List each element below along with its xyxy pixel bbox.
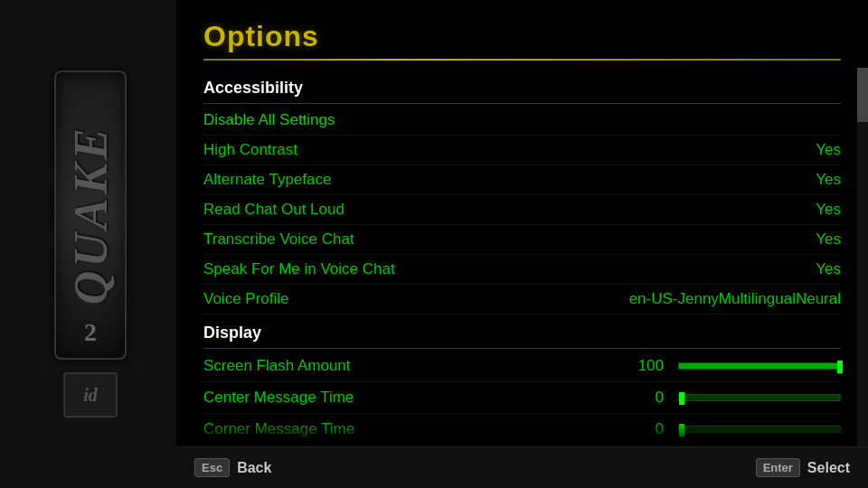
slider-center-msg-handle xyxy=(679,392,684,405)
back-label: Back xyxy=(237,460,271,476)
bottom-bar: Esc Back Enter Select xyxy=(176,446,868,488)
main-content: Options Accessibility Disable All Settin… xyxy=(176,0,868,488)
back-button[interactable]: Esc Back xyxy=(194,458,271,477)
option-value-high-contrast: Yes xyxy=(816,141,841,159)
option-label-screen-flash: Screen Flash Amount xyxy=(203,357,351,375)
list-item[interactable]: High Contrast Yes xyxy=(203,136,841,165)
section-display: Display xyxy=(203,314,841,349)
quake-logo-text: QUAKE xyxy=(64,125,118,305)
quake-logo-num: 2 xyxy=(84,318,97,347)
list-item[interactable]: Disable All Settings xyxy=(203,106,841,136)
slider-corner-msg-value: 0 xyxy=(637,420,664,438)
list-item[interactable]: Alternate Typeface Yes xyxy=(203,165,841,195)
option-label-corner-msg: Corner Message Time xyxy=(203,420,354,438)
list-item[interactable]: Transcribe Voice Chat Yes xyxy=(203,225,841,255)
page-title: Options xyxy=(203,20,841,53)
slider-screen-flash-handle xyxy=(837,361,843,373)
option-label-disable-all: Disable All Settings xyxy=(203,111,335,129)
option-label-read-chat: Read Chat Out Loud xyxy=(203,201,344,219)
section-accessibility: Accessibility xyxy=(203,70,841,104)
option-value-alt-typeface: Yes xyxy=(816,171,841,189)
slider-screen-flash-value: 100 xyxy=(637,357,664,375)
slider-corner-msg-handle xyxy=(679,424,684,436)
option-value-transcribe-voice: Yes xyxy=(816,230,841,249)
list-item[interactable]: Voice Profile en-US-JennyMultilingualNeu… xyxy=(203,285,841,314)
option-label-high-contrast: High Contrast xyxy=(203,141,297,159)
option-label-alt-typeface: Alternate Typeface xyxy=(203,171,331,189)
list-item[interactable]: Read Chat Out Loud Yes xyxy=(203,195,841,225)
quake-logo: QUAKE 2 xyxy=(54,70,127,360)
back-key: Esc xyxy=(194,458,230,477)
slider-center-msg-container: 0 xyxy=(637,389,841,407)
left-panel: QUAKE 2 id xyxy=(0,0,181,488)
list-item[interactable]: Screen Flash Amount 100 xyxy=(203,351,841,382)
option-value-speak-for-me: Yes xyxy=(816,260,841,278)
id-logo: id xyxy=(63,372,118,418)
select-button[interactable]: Enter Select xyxy=(756,458,850,477)
option-label-speak-for-me: Speak For Me in Voice Chat xyxy=(203,260,395,278)
title-underline xyxy=(203,59,841,61)
option-label-center-msg: Center Message Time xyxy=(203,389,354,407)
option-value-read-chat: Yes xyxy=(816,201,841,219)
select-key: Enter xyxy=(756,458,800,477)
scrollbar-thumb[interactable] xyxy=(857,68,868,122)
option-label-transcribe-voice: Transcribe Voice Chat xyxy=(203,230,354,249)
list-item[interactable]: Corner Message Time 0 xyxy=(203,414,841,446)
list-item[interactable]: Center Message Time 0 xyxy=(203,382,841,414)
option-value-voice-profile: en-US-JennyMultilingualNeural xyxy=(629,290,841,308)
options-container: Accessibility Disable All Settings High … xyxy=(176,70,868,446)
slider-corner-msg-track[interactable] xyxy=(678,426,841,433)
select-label: Select xyxy=(807,460,850,476)
slider-center-msg-track[interactable] xyxy=(678,394,841,401)
slider-screen-flash-fill xyxy=(679,363,840,369)
title-bar: Options xyxy=(176,0,868,70)
slider-corner-msg-container: 0 xyxy=(637,420,841,438)
slider-center-msg-value: 0 xyxy=(637,389,664,407)
option-label-voice-profile: Voice Profile xyxy=(203,290,289,308)
list-item[interactable]: Speak For Me in Voice Chat Yes xyxy=(203,255,841,285)
slider-screen-flash-track[interactable] xyxy=(678,362,841,370)
scrollbar[interactable] xyxy=(857,68,868,446)
slider-screen-flash-container: 100 xyxy=(637,357,841,375)
